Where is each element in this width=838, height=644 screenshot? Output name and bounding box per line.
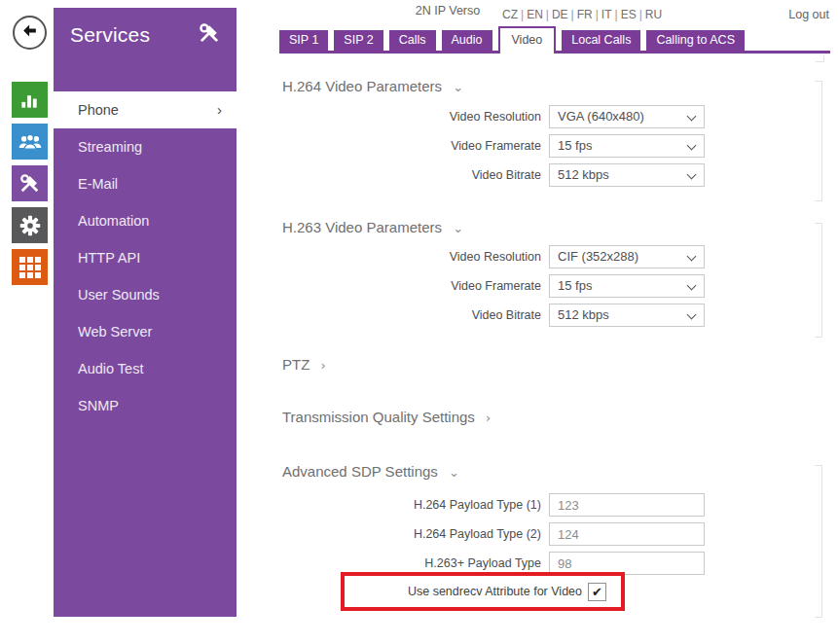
tab-bar: SIP 1 SIP 2 Calls Audio Video Local Call… <box>279 27 745 51</box>
tab-sip1[interactable]: SIP 1 <box>279 30 328 51</box>
section-title-text: Transmission Quality Settings <box>282 409 475 425</box>
system-gear-icon[interactable] <box>12 207 48 243</box>
section-title-advanced-sdp[interactable]: Advanced SDP Settings ⌄ <box>282 463 459 480</box>
chevron-down-icon: ⌄ <box>453 80 463 94</box>
section-title-text: Advanced SDP Settings <box>282 463 438 480</box>
lang-cz[interactable]: CZ <box>502 8 518 21</box>
video-framerate-select[interactable]: 15 fps <box>549 274 705 298</box>
separator: | <box>615 8 618 21</box>
form-row: H.264 Payload Type (2) <box>279 522 705 546</box>
separator: | <box>639 8 642 21</box>
back-button[interactable] <box>13 16 47 50</box>
section-title-text: PTZ <box>282 356 310 373</box>
h264-payload-type-1-input[interactable] <box>549 493 705 517</box>
field-label: Video Resolution <box>279 245 549 268</box>
video-framerate-select[interactable]: 15 fps <box>549 134 705 158</box>
form-row: Video Resolution VGA (640x480) <box>279 105 705 128</box>
field-label: Video Framerate <box>279 274 549 298</box>
form-row: Use sendrecv Attribute for Video ✔ <box>279 580 606 603</box>
checkmark-icon: ✔ <box>592 585 602 599</box>
section-title-h264[interactable]: H.264 Video Parameters ⌄ <box>282 78 463 94</box>
frame-corner <box>816 55 824 62</box>
services-icon[interactable] <box>12 165 48 201</box>
sidebar-item-streaming[interactable]: Streaming <box>54 128 237 165</box>
form-row: Video Bitrate 512 kbps <box>279 163 705 187</box>
field-label: Video Bitrate <box>279 304 549 327</box>
field-label: Use sendrecv Attribute for Video <box>279 580 582 603</box>
main-nav-rail <box>12 82 48 285</box>
select-value: 512 kbps <box>558 307 609 322</box>
section-bracket <box>815 81 822 201</box>
chevron-down-icon <box>687 281 697 291</box>
chevron-down-icon: ⌄ <box>449 465 459 480</box>
sidebar-item-label: Phone <box>78 102 119 118</box>
sidebar-item-phone[interactable]: Phone › <box>54 91 237 128</box>
tab-local-calls[interactable]: Local Calls <box>562 30 640 51</box>
video-bitrate-select[interactable]: 512 kbps <box>549 304 705 327</box>
sidebar-item-snmp[interactable]: SNMP <box>54 387 237 424</box>
section-bracket <box>815 465 822 618</box>
section-title-transmission-quality[interactable]: Transmission Quality Settings › <box>282 409 491 425</box>
separator: | <box>546 8 549 21</box>
lang-en[interactable]: EN <box>527 8 543 21</box>
use-sendrecv-checkbox[interactable]: ✔ <box>588 583 606 601</box>
chevron-down-icon: ⌄ <box>453 221 463 235</box>
lang-ru[interactable]: RU <box>645 8 662 21</box>
section-title-text: H.264 Video Parameters <box>282 78 442 94</box>
section-bracket <box>815 223 822 338</box>
lang-es[interactable]: ES <box>621 8 637 21</box>
video-settings-content: H.264 Video Parameters ⌄ Video Resolutio… <box>279 55 830 644</box>
form-row: Video Framerate 15 fps <box>279 274 705 298</box>
video-resolution-select[interactable]: CIF (352x288) <box>549 245 705 268</box>
chevron-down-icon <box>687 141 697 151</box>
chevron-down-icon <box>687 310 697 320</box>
field-label: Video Resolution <box>279 105 549 128</box>
language-switcher: CZ|EN|DE|FR|IT|ES|RU <box>502 8 662 21</box>
select-value: 15 fps <box>558 138 592 153</box>
back-arrow-icon <box>20 21 39 44</box>
select-value: CIF (352x288) <box>558 249 638 264</box>
section-title-ptz[interactable]: PTZ › <box>282 356 326 373</box>
lang-fr[interactable]: FR <box>577 8 593 21</box>
sidebar-item-http-api[interactable]: HTTP API <box>54 239 237 276</box>
sidebar-item-audio-test[interactable]: Audio Test <box>54 350 237 387</box>
lang-de[interactable]: DE <box>552 8 568 21</box>
separator: | <box>521 8 524 21</box>
video-bitrate-select[interactable]: 512 kbps <box>549 163 705 187</box>
directory-icon[interactable] <box>12 124 48 160</box>
sidebar-item-label: Audio Test <box>78 361 143 376</box>
sidebar-item-web-server[interactable]: Web Server <box>54 313 237 350</box>
tab-audio[interactable]: Audio <box>442 30 492 51</box>
sidebar-item-label: E-Mail <box>78 176 118 192</box>
chevron-right-icon: › <box>486 411 491 425</box>
tools-icon <box>197 20 222 50</box>
statistics-icon[interactable] <box>12 82 48 118</box>
section-title-h263[interactable]: H.263 Video Parameters ⌄ <box>282 219 463 235</box>
sidebar-item-label: Web Server <box>78 324 152 340</box>
logout-link[interactable]: Log out <box>788 8 829 21</box>
tab-sip2[interactable]: SIP 2 <box>334 30 383 51</box>
chevron-right-icon: › <box>321 358 326 373</box>
sidebar-header: Services <box>54 8 237 50</box>
field-label: H.264 Payload Type (1) <box>279 493 549 517</box>
apps-grid-icon[interactable] <box>12 249 48 285</box>
sidebar-item-label: SNMP <box>78 398 119 413</box>
h264-payload-type-2-input[interactable] <box>549 522 705 546</box>
tab-calls[interactable]: Calls <box>389 30 436 51</box>
lang-it[interactable]: IT <box>601 8 612 21</box>
tab-calling-to-acs[interactable]: Calling to ACS <box>646 30 745 51</box>
sidebar-item-user-sounds[interactable]: User Sounds <box>54 276 237 313</box>
select-value: 512 kbps <box>558 167 609 182</box>
separator: | <box>596 8 599 21</box>
chevron-right-icon: › <box>217 91 222 128</box>
tab-video[interactable]: Video <box>498 26 557 54</box>
chevron-down-icon <box>687 112 697 122</box>
video-resolution-select[interactable]: VGA (640x480) <box>549 105 705 128</box>
form-row: Video Bitrate 512 kbps <box>279 304 705 327</box>
form-row: H.264 Payload Type (1) <box>279 493 705 517</box>
sidebar-item-email[interactable]: E-Mail <box>54 165 237 202</box>
sidebar-item-automation[interactable]: Automation <box>54 202 237 239</box>
sidebar-item-label: User Sounds <box>78 287 160 303</box>
select-value: VGA (640x480) <box>558 109 644 124</box>
form-row: Video Framerate 15 fps <box>279 134 705 158</box>
